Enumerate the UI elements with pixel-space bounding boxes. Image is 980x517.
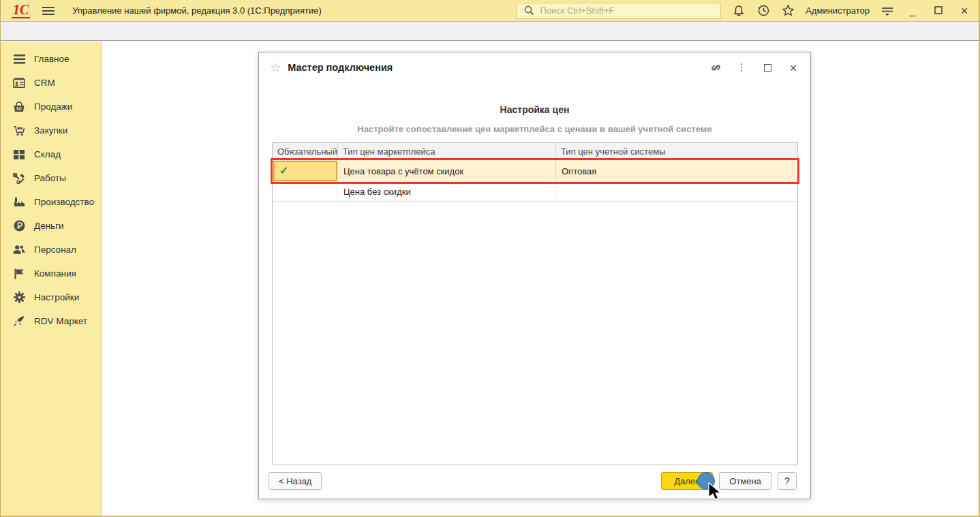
sidebar-item-warehouse[interactable]: Склад: [1, 142, 101, 166]
title-bar: 1С Управление нашей фирмой, редакция 3.0…: [1, 0, 979, 22]
sidebar-item-works[interactable]: Работы: [1, 166, 101, 190]
table-row-selected[interactable]: ✓ Цена товара с учётом скидок Оптовая: [273, 160, 797, 182]
sidebar-item-purchases[interactable]: Закупки: [1, 119, 101, 142]
sidebar-item-label: RDV Маркет: [34, 316, 87, 326]
sidebar-item-label: Главное: [34, 54, 70, 64]
menu-lines-icon: [13, 53, 25, 65]
minimize-button[interactable]: _: [905, 5, 920, 16]
sidebar-item-label: Настройки: [34, 292, 79, 302]
sidebar-item-main[interactable]: Главное: [1, 47, 101, 71]
maximize-button[interactable]: [931, 5, 946, 16]
factory-icon: [13, 196, 25, 208]
sidebar-item-label: Деньги: [34, 221, 64, 231]
sidebar-item-personnel[interactable]: Персонал: [1, 238, 101, 262]
column-header-required[interactable]: Обязательный: [273, 143, 338, 159]
favorites-star-icon[interactable]: [781, 4, 795, 18]
more-actions-icon[interactable]: ⋮: [735, 61, 748, 74]
notifications-bell-icon[interactable]: [732, 4, 746, 18]
back-button[interactable]: < Назад: [269, 472, 322, 490]
check-icon: ✓: [279, 166, 288, 176]
search-icon: [523, 4, 535, 18]
dialog-header: ☆ Мастер подключения ⋮ ×: [259, 52, 810, 82]
sidebar-item-label: Работы: [34, 173, 66, 183]
rocket-icon: [13, 315, 25, 328]
history-icon[interactable]: [756, 4, 770, 18]
sidebar-item-label: Производство: [34, 197, 94, 207]
grid-boxes-icon: [13, 148, 25, 161]
marketplace-price-cell[interactable]: Цена без скидки: [338, 182, 556, 201]
column-header-system-price[interactable]: Тип цен учетной системы: [556, 143, 797, 159]
sidebar-item-sales[interactable]: Продажи: [1, 95, 101, 119]
dialog-title: Мастер подключения: [288, 62, 393, 73]
contact-card-icon: [13, 77, 25, 89]
sidebar-item-money[interactable]: Деньги: [1, 214, 101, 238]
get-link-icon[interactable]: [709, 61, 722, 74]
cart-icon: [13, 125, 25, 137]
sidebar-item-company[interactable]: Компания: [1, 262, 101, 285]
marketplace-price-cell[interactable]: Цена товара с учётом скидок: [338, 160, 556, 182]
required-cell[interactable]: ✓: [273, 160, 338, 182]
app-title: Управление нашей фирмой, редакция 3.0 (1…: [72, 5, 321, 16]
sidebar-item-label: Склад: [34, 149, 61, 159]
connection-wizard-dialog: ☆ Мастер подключения ⋮ × Настройка цен Н…: [258, 52, 811, 499]
step-title: Настройка цен: [259, 104, 810, 115]
favorite-star-icon[interactable]: ☆: [270, 60, 281, 75]
ruble-coin-icon: [13, 220, 25, 232]
people-icon: [13, 244, 25, 256]
selected-cell-highlight: ✓: [273, 161, 337, 181]
global-search[interactable]: [517, 3, 721, 19]
main-menu-icon[interactable]: [42, 7, 55, 15]
sidebar-item-settings[interactable]: Настройки: [1, 285, 101, 309]
close-dialog-icon[interactable]: ×: [787, 61, 799, 74]
sidebar-item-label: Продажи: [34, 101, 72, 112]
sidebar-item-label: Закупки: [34, 125, 67, 136]
table-header-row: Обязательный Тип цен маркетплейса Тип це…: [273, 143, 797, 160]
price-mapping-table: Обязательный Тип цен маркетплейса Тип це…: [272, 142, 798, 465]
help-button[interactable]: ?: [778, 472, 797, 490]
basket-icon: [13, 101, 25, 113]
sidebar-item-crm[interactable]: CRM: [1, 71, 101, 95]
sidebar-item-label: Компания: [34, 268, 76, 279]
section-sidebar: Главное CRM Продажи Закупки Склад Работы: [1, 42, 102, 516]
app-window: 1С Управление нашей фирмой, редакция 3.0…: [0, 0, 980, 517]
search-input[interactable]: [540, 5, 715, 16]
column-header-marketplace-price[interactable]: Тип цен маркетплейса: [338, 143, 556, 159]
sidebar-item-label: Персонал: [34, 245, 76, 255]
sidebar-item-production[interactable]: Производство: [1, 190, 101, 214]
close-window-button[interactable]: ×: [957, 5, 972, 17]
system-price-cell[interactable]: [556, 182, 797, 201]
sidebar-item-rdv-market[interactable]: RDV Маркет: [1, 309, 101, 333]
system-price-cell[interactable]: Оптовая: [556, 160, 797, 182]
tools-icon: [13, 172, 25, 185]
gear-icon: [13, 292, 25, 304]
table-row[interactable]: Цена без скидки: [273, 182, 797, 202]
cancel-button[interactable]: Отмена: [719, 472, 771, 490]
next-button[interactable]: Далее: [661, 472, 713, 490]
user-menu-icon[interactable]: [881, 4, 894, 18]
required-cell[interactable]: [273, 182, 338, 201]
sidebar-item-label: CRM: [34, 78, 55, 88]
step-subtitle: Настройте сопоставление цен маркетплейса…: [259, 124, 810, 134]
current-user[interactable]: Администратор: [806, 5, 870, 16]
toolbar-strip: [1, 22, 979, 41]
1c-logo: 1С: [12, 3, 30, 18]
flag-icon: [13, 268, 25, 280]
maximize-dialog-icon[interactable]: [761, 61, 774, 74]
